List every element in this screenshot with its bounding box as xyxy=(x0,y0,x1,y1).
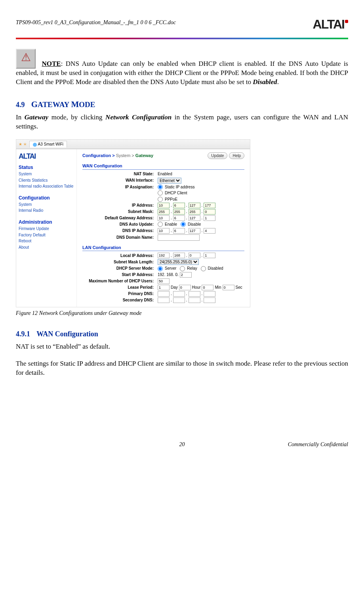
ip-address-field[interactable]: . . . xyxy=(158,203,244,208)
update-button[interactable]: Update xyxy=(208,152,227,159)
nat-value: Enabled xyxy=(158,171,244,177)
wan-config-header: WAN Configuration xyxy=(82,163,244,170)
dns-name-label: DNS Domain Name: xyxy=(82,235,158,240)
lease-sec[interactable] xyxy=(223,285,234,290)
sidebar-item-firmware[interactable]: Firmware Update xyxy=(19,226,74,232)
sidebar-logo: ALTAI xyxy=(19,152,74,161)
note-text: : DNS Auto Update can only be enabled wh… xyxy=(16,60,348,86)
add-favorite-icon[interactable]: ✭ xyxy=(23,142,27,146)
lease-day[interactable] xyxy=(158,285,170,290)
gateway-field[interactable]: . . . xyxy=(158,215,244,221)
local-ip-label: Local IP Address: xyxy=(82,253,158,259)
sidebar-item-internal-radio[interactable]: Internal Radio xyxy=(19,208,74,213)
sec-4-9-1-p1: NAT is set to “Enabled” as default. xyxy=(16,342,348,351)
help-button[interactable]: Help xyxy=(229,152,244,159)
sidebar-item-config-system[interactable]: System xyxy=(19,202,74,207)
secondary-dns-label: Secondary DNS: xyxy=(82,297,158,303)
lease-label: Lease Period: xyxy=(82,285,158,290)
ip-assign-dhcp[interactable] xyxy=(158,190,163,196)
local-ip-field[interactable]: . . . xyxy=(158,253,244,258)
page-number: 20 xyxy=(16,441,348,449)
mask-length-select[interactable]: 24(255.255.255.0) xyxy=(158,259,199,265)
start-ip-last[interactable] xyxy=(180,272,192,278)
ip-assign-static[interactable] xyxy=(158,184,163,190)
browser-tab[interactable]: A3 Smart WiFi xyxy=(29,141,67,148)
mask-length-label: Subnet Mask Length: xyxy=(82,259,158,265)
dns-auto-label: DNS Auto Update: xyxy=(82,222,158,227)
section-4-9-intro: In Gateway mode, by clicking Network Con… xyxy=(16,113,348,131)
note-paragraph: ⚠ NOTE: DNS Auto Update can only be enab… xyxy=(16,49,348,87)
dhcp-mode-disabled[interactable] xyxy=(201,266,206,271)
dns-name-field[interactable] xyxy=(158,234,200,241)
gateway-label: Default Gateway Address: xyxy=(82,215,158,221)
sidebar-status-header: Status xyxy=(19,164,74,171)
subsection-title: WAN Configuration xyxy=(36,330,98,338)
secondary-dns-field[interactable]: . . . xyxy=(158,297,244,303)
dhcp-mode-server[interactable] xyxy=(158,266,163,271)
sidebar-admin-header: Administration xyxy=(19,219,74,225)
sec-4-9-1-p2: The settings for Static IP address and D… xyxy=(16,359,348,378)
sidebar-item-assoc-table[interactable]: Internal radio Association Table xyxy=(19,184,74,189)
browser-tabs: ★ ✭ A3 Smart WiFi xyxy=(16,140,250,149)
section-4-9-1-heading: 4.9.1 WAN Configuration xyxy=(16,329,348,339)
sidebar-config-header: Configuration xyxy=(19,195,74,201)
wan-interface-label: WAN Interface: xyxy=(82,178,158,183)
section-4-9-heading: 4.9 GATEWAY MODE xyxy=(16,99,348,110)
dhcp-mode-relay[interactable] xyxy=(180,266,185,271)
dns-ip-label: DNS IP Address: xyxy=(82,228,158,234)
page-icon xyxy=(33,143,37,147)
lan-config-header: LAN Configuration xyxy=(82,245,244,251)
header-divider xyxy=(16,38,348,39)
sidebar-item-reboot[interactable]: Reboot xyxy=(19,238,74,244)
breadcrumb-bar: Configuration > System > Gateway Update … xyxy=(82,152,244,159)
max-users-field[interactable] xyxy=(158,278,170,284)
section-title: GATEWAY MODE xyxy=(31,100,95,109)
subsection-number: 4.9.1 xyxy=(16,330,30,338)
section-number: 4.9 xyxy=(16,101,25,109)
max-users-label: Maximum Number of DHCP Users: xyxy=(82,278,158,284)
figure-12-screenshot: ★ ✭ A3 Smart WiFi ALTAI Status System Cl… xyxy=(16,139,250,307)
dns-auto-enable[interactable] xyxy=(158,222,163,227)
note-tail: . xyxy=(277,78,279,86)
start-ip-label: Start IP Address: xyxy=(82,272,158,278)
ip-assign-pppoe[interactable] xyxy=(158,197,163,202)
subnet-mask-label: Subnet Mask: xyxy=(82,209,158,215)
sidebar-item-system[interactable]: System xyxy=(19,171,74,177)
page-footer: 20 Commercially Confidential xyxy=(16,441,348,449)
primary-dns-field[interactable]: . . . xyxy=(158,291,244,297)
primary-dns-label: Primary DNS: xyxy=(82,291,158,297)
subnet-mask-field[interactable]: . . . xyxy=(158,209,244,215)
lease-fields: Day Hour Min Sec xyxy=(158,285,244,290)
brand-logo: ALTAI xyxy=(313,16,348,33)
wan-interface-select[interactable]: Ethernet xyxy=(158,178,181,184)
sidebar-item-about[interactable]: About xyxy=(19,245,74,250)
dns-ip-field[interactable]: . . . xyxy=(158,228,244,234)
favorites-icon[interactable]: ★ xyxy=(19,142,22,146)
page-header: TPS09-005_rev1 0_A3_Configuration_Manual… xyxy=(16,19,348,36)
ip-address-label: IP Address: xyxy=(82,203,158,208)
figure-caption: Figure 12 Network Configurations under G… xyxy=(16,310,348,317)
note-label: NOTE xyxy=(42,60,61,67)
warning-icon: ⚠ xyxy=(16,49,36,69)
lease-hour[interactable] xyxy=(179,285,191,290)
note-em: Disabled xyxy=(253,78,277,86)
nat-label: NAT State: xyxy=(82,171,158,177)
ip-assign-label: IP Assignation: xyxy=(82,184,158,190)
sidebar-item-factory[interactable]: Factory Default xyxy=(19,232,74,238)
dns-auto-disable[interactable] xyxy=(181,222,186,227)
main-panel: Configuration > System > Gateway Update … xyxy=(77,149,250,307)
sidebar-item-clients[interactable]: Clients Statistics xyxy=(19,178,74,183)
dhcp-mode-label: DHCP Server Mode: xyxy=(82,266,158,271)
sidebar: ALTAI Status System Clients Statistics I… xyxy=(16,149,77,307)
doc-id: TPS09-005_rev1 0_A3_Configuration_Manual… xyxy=(16,19,176,27)
lease-min[interactable] xyxy=(202,285,213,290)
